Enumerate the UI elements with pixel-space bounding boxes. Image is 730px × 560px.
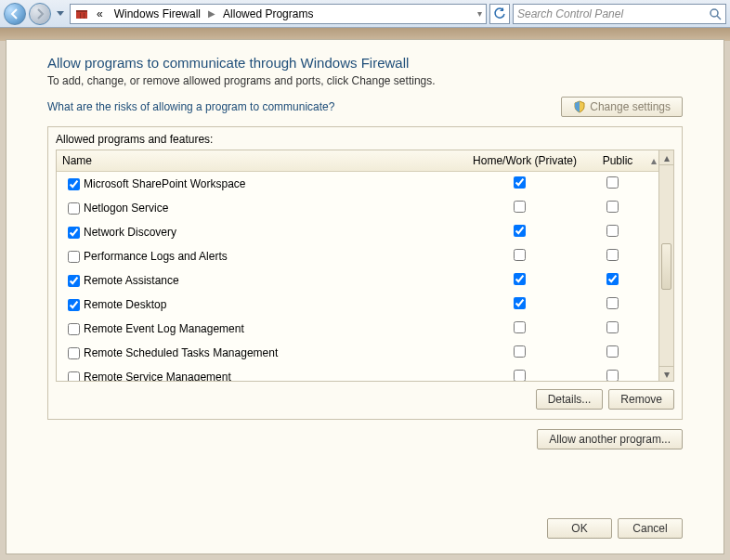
scroll-thumb[interactable]	[661, 243, 671, 290]
address-bar: « Windows Firewall ▶ Allowed Programs ▾ …	[0, 0, 730, 28]
public-checkbox[interactable]	[606, 345, 619, 358]
ok-button[interactable]: OK	[547, 518, 612, 539]
enable-checkbox[interactable]	[68, 178, 80, 190]
arrow-right-icon	[34, 8, 46, 20]
homework-checkbox[interactable]	[514, 370, 526, 381]
column-public[interactable]: Public	[590, 150, 645, 171]
enable-checkbox[interactable]	[68, 202, 80, 215]
firewall-icon	[74, 7, 89, 21]
public-checkbox[interactable]	[606, 370, 619, 381]
search-input[interactable]: Search Control Panel	[513, 4, 726, 24]
breadcrumb-prefix: «	[93, 6, 107, 22]
table-row[interactable]: Remote Desktop	[57, 293, 658, 317]
program-name: Netlogon Service	[84, 202, 168, 215]
public-checkbox[interactable]	[606, 176, 619, 189]
homework-checkbox[interactable]	[514, 249, 526, 261]
remove-button[interactable]: Remove	[608, 389, 674, 410]
enable-checkbox[interactable]	[68, 227, 80, 239]
refresh-icon	[493, 7, 506, 20]
svg-rect-3	[84, 13, 85, 19]
public-checkbox[interactable]	[606, 225, 619, 237]
program-name: Performance Logs and Alerts	[84, 250, 228, 263]
table-row[interactable]: Netlogon Service	[57, 196, 658, 220]
enable-checkbox[interactable]	[68, 347, 80, 359]
svg-point-4	[710, 9, 718, 17]
allowed-programs-group: Allowed programs and features: Name Home…	[47, 126, 683, 420]
sort-indicator-icon: ▴	[645, 150, 658, 171]
public-checkbox[interactable]	[606, 201, 619, 213]
svg-rect-2	[80, 13, 81, 19]
public-checkbox[interactable]	[606, 249, 619, 261]
refresh-button[interactable]	[489, 4, 510, 24]
breadcrumb-item-firewall[interactable]: Windows Firewall	[111, 6, 204, 22]
chevron-right-icon: ▶	[208, 8, 215, 19]
column-homework[interactable]: Home/Work (Private)	[460, 150, 590, 171]
homework-checkbox[interactable]	[514, 297, 526, 309]
homework-checkbox[interactable]	[514, 321, 526, 333]
enable-checkbox[interactable]	[68, 299, 80, 311]
breadcrumb-item-allowed[interactable]: Allowed Programs	[219, 6, 317, 22]
homework-checkbox[interactable]	[514, 273, 526, 285]
forward-button[interactable]	[29, 3, 51, 25]
homework-checkbox[interactable]	[514, 345, 526, 358]
enable-checkbox[interactable]	[68, 275, 80, 287]
table-row[interactable]: Remote Assistance	[57, 268, 658, 293]
homework-checkbox[interactable]	[514, 225, 526, 237]
nav-history-dropdown[interactable]	[54, 5, 67, 23]
enable-checkbox[interactable]	[68, 251, 80, 263]
program-name: Remote Event Log Management	[84, 322, 244, 335]
program-name: Remote Scheduled Tasks Management	[84, 346, 278, 359]
program-name: Remote Desktop	[84, 298, 166, 311]
arrow-left-icon	[9, 8, 20, 20]
details-button[interactable]: Details...	[536, 389, 604, 410]
content-panel: Allow programs to communicate through Wi…	[6, 39, 724, 554]
homework-checkbox[interactable]	[514, 176, 526, 189]
public-checkbox[interactable]	[606, 273, 619, 285]
program-name: Microsoft SharePoint Workspace	[84, 177, 246, 190]
public-checkbox[interactable]	[606, 321, 619, 333]
cancel-button[interactable]: Cancel	[618, 518, 683, 539]
table-row[interactable]: Remote Service Management	[57, 365, 658, 381]
search-icon	[709, 7, 722, 20]
table-row[interactable]: Microsoft SharePoint Workspace	[57, 172, 658, 196]
svg-rect-1	[76, 10, 87, 12]
scroll-down-button[interactable]: ▾	[659, 366, 673, 381]
table-row[interactable]: Remote Event Log Management	[57, 317, 658, 341]
table-row[interactable]: Network Discovery	[57, 220, 658, 244]
enable-checkbox[interactable]	[68, 371, 80, 382]
search-placeholder: Search Control Panel	[517, 7, 709, 20]
shield-icon	[573, 100, 586, 113]
scroll-up-button[interactable]: ▴	[659, 150, 673, 165]
page-subtitle: To add, change, or remove allowed progra…	[47, 74, 683, 87]
dialog-footer: OK Cancel	[547, 518, 683, 539]
page-title: Allow programs to communicate through Wi…	[47, 55, 683, 71]
list-header: Name Home/Work (Private) Public ▴	[57, 150, 658, 172]
allow-another-program-button[interactable]: Allow another program...	[537, 429, 683, 449]
table-row[interactable]: Remote Scheduled Tasks Management	[57, 341, 658, 365]
back-button[interactable]	[4, 3, 26, 25]
table-row[interactable]: Performance Logs and Alerts	[57, 244, 658, 268]
change-settings-label: Change settings	[590, 100, 671, 113]
programs-list: Name Home/Work (Private) Public ▴ Micros…	[56, 150, 674, 382]
group-title: Allowed programs and features:	[56, 133, 674, 146]
breadcrumb-dropdown[interactable]: ▾	[477, 8, 482, 19]
public-checkbox[interactable]	[606, 297, 619, 309]
program-name: Network Discovery	[84, 226, 176, 239]
svg-line-5	[717, 16, 721, 20]
chevron-down-icon	[57, 11, 64, 17]
homework-checkbox[interactable]	[514, 201, 526, 213]
breadcrumb[interactable]: « Windows Firewall ▶ Allowed Programs ▾	[70, 4, 487, 24]
program-name: Remote Assistance	[84, 274, 179, 287]
scrollbar[interactable]: ▴ ▾	[658, 150, 673, 381]
column-name[interactable]: Name	[57, 150, 460, 171]
change-settings-button[interactable]: Change settings	[561, 97, 683, 117]
program-name: Remote Service Management	[84, 371, 231, 381]
risks-link[interactable]: What are the risks of allowing a program…	[47, 100, 334, 113]
enable-checkbox[interactable]	[68, 323, 80, 335]
